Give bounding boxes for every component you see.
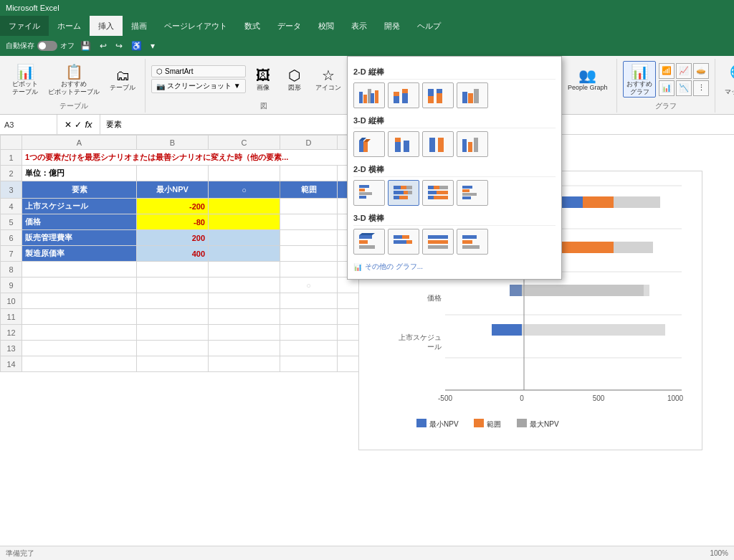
svg-rect-33 (401, 186, 406, 189)
svg-text:価格: 価格 (427, 294, 442, 302)
svg-rect-7 (402, 93, 408, 103)
stacked-bar-btn[interactable] (388, 180, 419, 206)
smartart-btn[interactable]: ⬡SmartArt (151, 65, 246, 77)
line-chart-btn[interactable]: 📈 (676, 63, 692, 79)
100stacked-column-btn[interactable] (422, 82, 454, 108)
3d-bar-1-btn[interactable] (353, 229, 385, 255)
svg-rect-62 (462, 235, 477, 239)
tab-home[interactable]: ホーム (49, 16, 90, 36)
people-graph-btn[interactable]: 👥 People Graph (564, 65, 611, 94)
3d-bar-4-btn[interactable] (457, 229, 488, 255)
100stacked-bar-btn[interactable] (422, 180, 454, 206)
2d-bar-icons (353, 180, 556, 206)
cell-c3[interactable]: ○ (209, 181, 280, 199)
auto-save-label: 自動保存 オフ (6, 41, 75, 51)
clustered-column-btn[interactable] (353, 82, 385, 108)
cell-d6[interactable] (280, 230, 338, 246)
cell-c6[interactable] (209, 230, 280, 246)
cell-c5[interactable] (209, 214, 280, 230)
cell-a2[interactable]: 単位：億円 (22, 166, 137, 181)
cell-a5[interactable]: 価格 (22, 214, 137, 230)
3d-col-btn[interactable] (457, 131, 488, 157)
stacked-column-btn[interactable] (388, 82, 419, 108)
image-btn[interactable]: 🖼 画像 (249, 65, 277, 94)
svg-rect-26 (468, 142, 472, 152)
cell-c7[interactable] (209, 246, 280, 262)
cell-reference[interactable]: A3 (0, 115, 57, 134)
tab-develop[interactable]: 開発 (376, 16, 409, 36)
col-header-d[interactable]: D (280, 136, 338, 150)
shape-btn[interactable]: ⬡ 図形 (280, 65, 309, 94)
tab-view[interactable]: 表示 (343, 16, 376, 36)
cell-d2[interactable] (280, 166, 338, 181)
cell-d5[interactable] (280, 214, 338, 230)
cell-c2[interactable] (209, 166, 280, 181)
3d-column-btn[interactable] (457, 82, 488, 108)
cancel-formula-btn[interactable]: ✕ (65, 120, 72, 130)
cell-a3[interactable]: 要素 (22, 181, 137, 199)
svg-rect-20 (395, 142, 401, 152)
svg-text:最小NPV: 最小NPV (429, 420, 459, 428)
tab-insert[interactable]: 挿入 (90, 16, 123, 36)
tab-help[interactable]: ヘルプ (409, 16, 449, 36)
table-row: 2 単位：億円 (1, 166, 381, 181)
bar-chart-btn[interactable]: 📊 (659, 80, 675, 96)
area-chart-btn[interactable]: 📉 (676, 80, 692, 96)
clustered-bar-btn[interactable] (353, 180, 385, 206)
col-header-c[interactable]: C (209, 136, 280, 150)
cell-d7[interactable] (280, 246, 338, 262)
table-btn[interactable]: 🗂 テーブル (106, 65, 139, 94)
save-btn[interactable]: 💾 (77, 39, 94, 52)
cell-b6[interactable]: 200 (137, 230, 209, 246)
cell-b2[interactable] (137, 166, 209, 181)
customize-btn[interactable]: ▾ (148, 39, 158, 52)
undo-btn[interactable]: ↩ (97, 39, 110, 52)
recommended-pivot-btn[interactable]: 📋 おすすめピボットテーブル (44, 61, 103, 98)
cell-b7[interactable]: 400 (137, 246, 209, 262)
scatter-chart-btn[interactable]: ⋮ (693, 80, 709, 96)
cell-d4[interactable] (280, 199, 338, 214)
cell-a7[interactable]: 製造原価率 (22, 246, 137, 262)
svg-rect-34 (406, 186, 412, 189)
cell-b5[interactable]: -80 (137, 214, 209, 230)
column-chart-btn[interactable]: 📶 (659, 63, 675, 79)
cell-c4[interactable] (209, 199, 280, 214)
screenshot-btn[interactable]: 📷スクリーンショット ▼ (151, 79, 246, 93)
3d-100stacked-btn[interactable] (422, 131, 454, 157)
accessibility-btn[interactable]: ♿ (128, 39, 145, 52)
bar-icon-4-btn[interactable] (457, 180, 488, 206)
tab-review[interactable]: 校閲 (310, 16, 343, 36)
3d-map-btn[interactable]: 🌐 3Dマップ ▼ (721, 61, 734, 98)
col-header-a[interactable]: A (22, 136, 137, 150)
toggle-off[interactable] (37, 41, 57, 51)
svg-rect-88 (522, 324, 665, 336)
col-header-b[interactable]: B (137, 136, 209, 150)
pie-chart-btn[interactable]: 🥧 (693, 63, 709, 79)
status-bar: 準備完了 100% (0, 546, 734, 560)
tab-data[interactable]: データ (269, 16, 310, 36)
3d-clustered-btn[interactable] (353, 131, 385, 157)
3d-bar-2-btn[interactable] (388, 229, 419, 255)
svg-rect-50 (462, 196, 471, 199)
cell-a6[interactable]: 販売管理費率 (22, 230, 137, 246)
tab-draw[interactable]: 描画 (123, 16, 156, 36)
cell-b3[interactable]: 最小NPV (137, 181, 209, 199)
svg-rect-36 (404, 191, 408, 194)
more-charts-btn[interactable]: 📊その他の グラフ... (353, 260, 556, 273)
cell-b4[interactable]: -200 (137, 199, 209, 214)
insert-function-btn[interactable]: fx (85, 119, 92, 130)
tab-file[interactable]: ファイル (0, 16, 49, 36)
cell-a1[interactable]: 1つの要素だけを最悪シナリオまたは最善シナリオに変えた時（他の要素... (22, 150, 381, 166)
pivot-table-btn[interactable]: 📊 ピボットテーブル (9, 61, 42, 98)
cell-a4[interactable]: 上市スケジュール (22, 199, 137, 214)
3d-bar-3-btn[interactable] (422, 229, 454, 255)
recommended-charts-btn[interactable]: 📊 おすすめグラフ (623, 61, 656, 98)
svg-rect-86 (522, 285, 644, 296)
confirm-formula-btn[interactable]: ✓ (75, 120, 82, 130)
redo-btn[interactable]: ↪ (113, 39, 125, 52)
3d-stacked-btn[interactable] (388, 131, 419, 157)
tab-formula[interactable]: 数式 (236, 16, 269, 36)
cell-d3[interactable]: 範囲 (280, 181, 338, 199)
icon-btn[interactable]: ☆ アイコン (312, 65, 345, 94)
tab-page-layout[interactable]: ページレイアウト (156, 16, 236, 36)
